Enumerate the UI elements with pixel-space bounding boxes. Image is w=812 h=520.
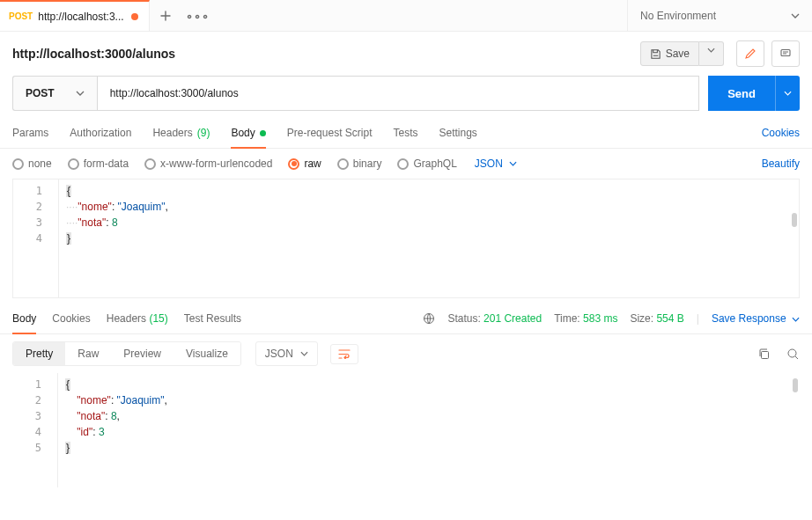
search-icon[interactable] — [786, 348, 800, 361]
cookies-link[interactable]: Cookies — [762, 127, 800, 139]
radio-icon — [12, 158, 24, 170]
response-body-viewer[interactable]: 12345 { "nome": "Joaquim", "nota": 8, "i… — [12, 373, 800, 487]
chevron-down-icon — [784, 91, 792, 96]
time-label: Time: 583 ms — [554, 312, 617, 325]
body-indicator-icon — [260, 130, 266, 136]
url-input[interactable] — [97, 76, 700, 111]
ellipsis-icon: ∘∘∘ — [186, 9, 210, 22]
send-options-button[interactable] — [775, 76, 800, 111]
globe-icon[interactable] — [423, 312, 435, 325]
code-area: { "nome": "Joaquim", "nota": 8, "id": 3} — [58, 373, 800, 459]
scrollbar-thumb[interactable] — [793, 378, 798, 392]
chevron-down-icon — [707, 48, 715, 53]
pencil-icon — [744, 48, 757, 60]
response-headers-count: (15) — [149, 312, 167, 325]
scrollbar-thumb[interactable] — [792, 213, 797, 227]
environment-selector[interactable]: No Environment — [627, 0, 812, 31]
radio-icon — [397, 158, 409, 170]
radio-icon — [68, 158, 79, 170]
body-type-x-www[interactable]: x-www-form-urlencoded — [144, 157, 272, 170]
response-tab-test-results[interactable]: Test Results — [184, 304, 241, 333]
tab-prerequest[interactable]: Pre-request Script — [287, 118, 373, 148]
tab-settings[interactable]: Settings — [439, 118, 477, 148]
view-preview[interactable]: Preview — [111, 342, 173, 365]
code-area[interactable]: {····"nome": "Joaquim",····"nota": 8} — [59, 179, 799, 250]
body-type-graphql[interactable]: GraphQL — [397, 157, 456, 170]
size-label: Size: 554 B — [630, 312, 683, 325]
line-gutter: 1234 — [13, 179, 59, 297]
tab-tests[interactable]: Tests — [393, 118, 417, 148]
view-pretty[interactable]: Pretty — [13, 342, 65, 365]
copy-icon[interactable] — [757, 348, 771, 361]
view-raw[interactable]: Raw — [65, 342, 111, 365]
save-options-button[interactable] — [699, 41, 724, 66]
radio-icon-selected — [288, 158, 299, 170]
save-button[interactable]: Save — [640, 41, 699, 66]
svg-point-3 — [788, 349, 796, 357]
unsaved-indicator-icon — [131, 13, 138, 20]
chevron-down-icon — [792, 317, 800, 322]
save-icon — [650, 48, 661, 60]
headers-count: (9) — [197, 127, 210, 139]
save-button-label: Save — [666, 48, 690, 60]
svg-rect-0 — [781, 50, 790, 56]
body-type-binary[interactable]: binary — [337, 157, 382, 170]
body-type-none[interactable]: none — [12, 157, 52, 170]
radio-icon — [144, 158, 156, 170]
wrap-lines-button[interactable] — [330, 344, 358, 364]
response-format-select[interactable]: JSON — [255, 341, 318, 366]
body-type-form-data[interactable]: form-data — [68, 157, 129, 170]
method-select[interactable]: POST — [12, 76, 97, 111]
wrap-icon — [338, 349, 351, 359]
line-gutter: 12345 — [12, 373, 58, 487]
request-tab[interactable]: POST http://localhost:3... — [0, 0, 150, 31]
chevron-down-icon — [300, 351, 308, 356]
beautify-link[interactable]: Beautify — [762, 157, 800, 170]
send-button[interactable]: Send — [708, 76, 775, 111]
chevron-down-icon — [509, 161, 517, 166]
add-tab-button[interactable] — [150, 10, 181, 22]
body-type-raw[interactable]: raw — [288, 157, 321, 170]
tab-params[interactable]: Params — [12, 118, 48, 148]
more-tabs-button[interactable]: ∘∘∘ — [181, 9, 213, 22]
request-body-editor[interactable]: 1234 {····"nome": "Joaquim",····"nota": … — [12, 179, 800, 298]
edit-button[interactable] — [736, 40, 764, 67]
plus-icon — [159, 10, 172, 22]
view-visualize[interactable]: Visualize — [173, 342, 240, 365]
svg-rect-2 — [762, 351, 769, 358]
raw-format-select[interactable]: JSON — [475, 157, 517, 170]
divider: | — [697, 312, 699, 325]
tab-body[interactable]: Body — [231, 118, 265, 148]
tab-title: http://localhost:3... — [38, 11, 123, 23]
response-tab-body[interactable]: Body — [12, 304, 36, 333]
chevron-down-icon — [791, 13, 800, 18]
tab-authorization[interactable]: Authorization — [70, 118, 131, 148]
response-tab-cookies[interactable]: Cookies — [52, 304, 90, 333]
status-label: Status: 201 Created — [447, 312, 542, 325]
tab-method-badge: POST — [9, 11, 33, 21]
request-name: http://localhost:3000/alunos — [12, 47, 633, 61]
save-response-button[interactable]: Save Response — [712, 312, 800, 325]
chevron-down-icon — [76, 91, 85, 96]
response-tab-headers[interactable]: Headers (15) — [107, 304, 168, 333]
comments-button[interactable] — [771, 40, 800, 67]
radio-icon — [337, 158, 349, 170]
tab-headers[interactable]: Headers (9) — [152, 118, 210, 148]
environment-label: No Environment — [640, 10, 716, 22]
method-value: POST — [26, 87, 55, 99]
comment-icon — [779, 48, 792, 60]
